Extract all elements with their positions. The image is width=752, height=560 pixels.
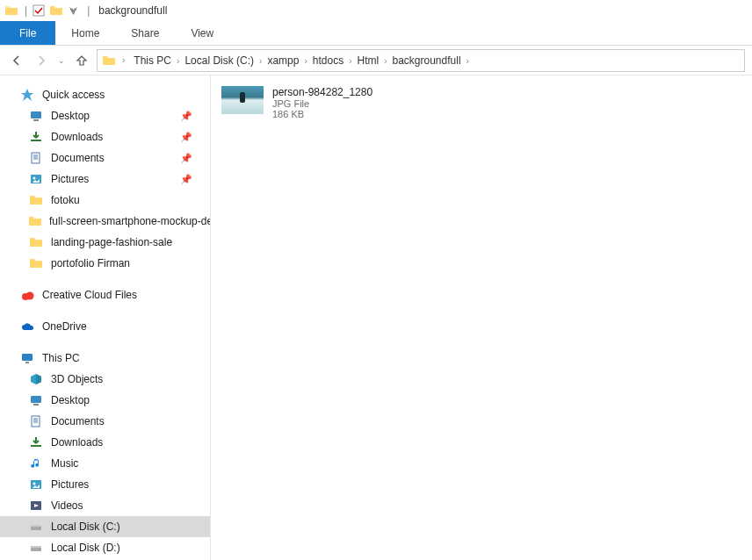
navigation-bar: ⌄ › This PC›Local Disk (C:)›xampp›htdocs… — [0, 46, 752, 75]
ribbon: File Home Share View — [0, 21, 752, 46]
nav-label: Desktop — [51, 394, 90, 406]
nav-label: Creative Cloud Files — [42, 289, 137, 301]
nav-label: Desktop — [51, 110, 90, 122]
nav-onedrive[interactable]: OneDrive — [0, 316, 210, 337]
nav-label: This PC — [42, 352, 80, 364]
nav-item[interactable]: Downloads📌 — [0, 126, 210, 147]
svg-rect-3 — [31, 140, 41, 141]
breadcrumb-segment[interactable]: Local Disk (C:) — [181, 53, 257, 68]
tab-share[interactable]: Share — [115, 21, 175, 45]
nav-item[interactable]: Music — [0, 453, 210, 474]
breadcrumb-segment[interactable]: htdocs — [309, 53, 347, 68]
desktop-icon — [28, 108, 44, 124]
tab-view[interactable]: View — [175, 21, 229, 45]
nav-label: Downloads — [51, 131, 103, 143]
star-icon — [19, 87, 35, 103]
desktop-icon — [28, 392, 44, 408]
svg-rect-4 — [32, 153, 40, 163]
nav-label: Documents — [51, 152, 105, 164]
svg-rect-19 — [31, 525, 41, 527]
svg-rect-13 — [32, 416, 40, 427]
videos-icon — [28, 498, 44, 513]
chevron-right-icon[interactable]: › — [465, 56, 471, 66]
nav-label: Videos — [51, 499, 83, 512]
nav-label: portofolio Firman — [51, 257, 130, 269]
pictures-icon — [28, 477, 44, 492]
folder-icon — [28, 213, 42, 229]
breadcrumb-segment[interactable]: This PC — [130, 53, 175, 68]
svg-rect-14 — [31, 445, 41, 447]
pin-icon: 📌 — [180, 111, 192, 122]
nav-label: Local Disk (D:) — [51, 542, 120, 554]
nav-item[interactable]: Documents📌 — [0, 147, 210, 169]
chevron-right-icon[interactable]: › — [302, 56, 308, 66]
svg-point-23 — [39, 549, 40, 550]
chevron-right-icon[interactable]: › — [120, 55, 127, 65]
documents-icon — [28, 150, 44, 166]
breadcrumb-segment[interactable]: Html — [353, 53, 382, 68]
nav-this-pc[interactable]: This PC — [0, 348, 210, 369]
nav-item[interactable]: Desktop📌 — [0, 105, 210, 126]
navigation-pane: Quick access Desktop📌Downloads📌Documents… — [0, 75, 211, 560]
svg-point-8 — [26, 292, 34, 300]
window-title: backgroundfull — [98, 4, 167, 17]
file-item[interactable]: person-984282_1280JPG File186 KB — [221, 86, 467, 119]
recent-dropdown[interactable]: ⌄ — [56, 51, 67, 70]
forward-button[interactable] — [32, 51, 51, 70]
titlebar-sep: | — [25, 4, 27, 17]
nav-item[interactable]: Desktop — [0, 390, 210, 411]
nav-quick-access[interactable]: Quick access — [0, 84, 210, 105]
nav-label: Documents — [51, 415, 105, 427]
nav-label: full-screen-smartphone-mockup-design — [49, 215, 210, 227]
nav-label: Downloads — [51, 436, 103, 449]
overflow-icon[interactable]: ⮟ — [66, 3, 82, 18]
title-bar: | ⮟ | backgroundfull — [0, 0, 752, 21]
tab-file[interactable]: File — [0, 21, 55, 45]
check-icon[interactable] — [31, 3, 47, 18]
nav-label: 3D Objects — [51, 373, 103, 385]
downloads-icon — [28, 434, 44, 450]
svg-rect-2 — [33, 119, 39, 121]
svg-point-16 — [33, 483, 36, 485]
nav-item[interactable]: fotoku — [0, 190, 210, 211]
address-bar[interactable]: › This PC›Local Disk (C:)›xampp›htdocs›H… — [97, 49, 745, 72]
drive-icon — [28, 519, 44, 535]
creative-cloud-icon — [19, 287, 35, 303]
svg-rect-1 — [31, 111, 41, 118]
breadcrumb-segment[interactable]: backgroundfull — [389, 53, 465, 68]
file-name: person-984282_1280 — [272, 86, 372, 98]
content-pane[interactable]: person-984282_1280JPG File186 KB — [211, 75, 752, 560]
svg-rect-11 — [31, 396, 41, 403]
pictures-icon — [28, 171, 44, 187]
nav-item[interactable]: Pictures — [0, 474, 210, 495]
titlebar-sep-2: | — [87, 4, 90, 17]
up-button[interactable] — [72, 51, 91, 70]
folder-small-icon[interactable] — [48, 3, 64, 18]
nav-item[interactable]: Local Disk (D:) — [0, 537, 210, 558]
monitor-icon — [19, 350, 35, 366]
chevron-right-icon[interactable]: › — [382, 56, 388, 66]
tab-home[interactable]: Home — [55, 21, 115, 45]
file-thumbnail — [221, 86, 264, 114]
3d-icon — [28, 371, 44, 387]
nav-item[interactable]: Downloads — [0, 432, 210, 453]
nav-item[interactable]: landing-page-fashion-sale — [0, 232, 210, 253]
nav-creative-cloud[interactable]: Creative Cloud Files — [0, 284, 210, 305]
pin-icon: 📌 — [180, 153, 192, 164]
nav-item[interactable]: full-screen-smartphone-mockup-design — [0, 211, 210, 232]
nav-item[interactable]: Pictures📌 — [0, 169, 210, 190]
folder-icon — [4, 3, 19, 18]
cloud-icon — [19, 319, 35, 334]
folder-icon — [28, 255, 44, 271]
main-body: Quick access Desktop📌Downloads📌Documents… — [0, 75, 752, 560]
folder-icon — [28, 192, 44, 208]
breadcrumb-segment[interactable]: xampp — [264, 53, 302, 68]
svg-point-20 — [39, 528, 40, 529]
nav-item[interactable]: Documents — [0, 411, 210, 432]
folder-icon — [28, 234, 44, 250]
nav-item[interactable]: Videos — [0, 495, 210, 516]
nav-item[interactable]: 3D Objects — [0, 369, 210, 390]
nav-item[interactable]: Local Disk (C:) — [0, 516, 210, 537]
back-button[interactable] — [7, 51, 26, 70]
nav-item[interactable]: portofolio Firman — [0, 253, 210, 274]
